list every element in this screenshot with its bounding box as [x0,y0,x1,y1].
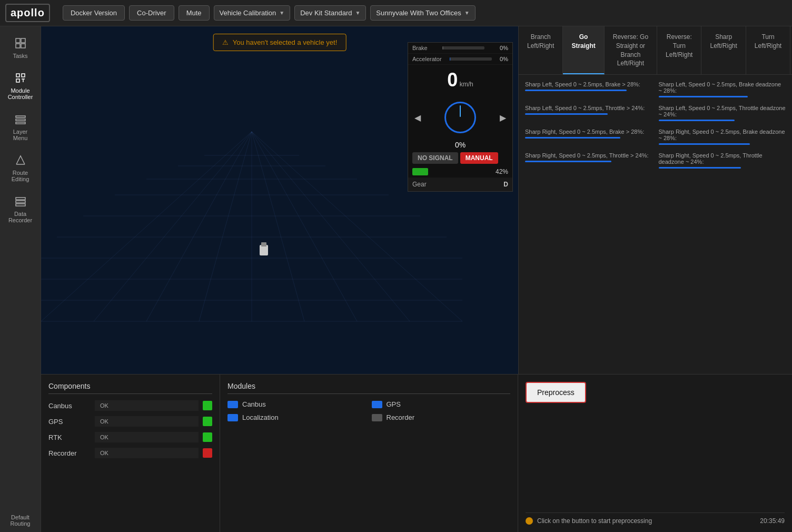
right-arrow: ▶ [500,113,506,123]
tab-sharp-lr-label: SharpLeft/Right [710,33,737,50]
svg-line-27 [94,132,252,321]
steering-display: ◀ ▶ [408,95,512,140]
devkit-label: Dev Kit Standard [300,9,352,17]
tab-reverse-go-straight-label: Reverse: GoStraight orBranchLeft/Right [613,33,648,67]
svg-rect-9 [16,116,25,117]
svg-line-29 [199,132,252,321]
default-routing-label: DefaultRouting [11,514,31,527]
cal-4-right-bar [659,167,741,169]
sidebar-item-route-editing[interactable]: RouteEditing [0,149,41,188]
canbus-indicator [203,401,212,410]
localization-led [227,414,238,421]
vehicle-calibration-arrow: ▼ [279,10,284,16]
docker-version-button[interactable]: Docker Version [63,5,125,21]
tab-branch-lr[interactable]: BranchLeft/Right [519,26,563,74]
status-log: Click on the button to start preprocessi… [526,513,785,525]
sidebar-item-default-routing[interactable]: DefaultRouting [0,509,41,532]
canbus-name: Canbus [48,402,91,410]
brake-row: Brake 0% [408,43,512,54]
warning-banner: ⚠ You haven't selected a vehicle yet! [213,34,346,51]
tab-turn-lr[interactable]: TurnLeft/Right [746,26,790,74]
modules-title: Modules [227,382,510,394]
cal-row-2: Sharp Left, Speed 0 ~ 2.5mps, Throttle >… [525,105,786,121]
gps-name: GPS [48,418,91,426]
module-canbus: Canbus [227,400,367,408]
cal-row-3: Sharp Right, Speed 0 ~ 2.5mps, Brake > 2… [525,129,786,145]
location-arrow: ▼ [464,10,470,16]
preprocess-button[interactable]: Preprocess [526,382,586,403]
modules-grid: Canbus GPS Localization Recorder [227,400,510,421]
gps-led [372,401,382,408]
3d-view[interactable]: ⚠ You haven't selected a vehicle yet! Br… [41,26,518,374]
hud-panel: Brake 0% Accelerator 0% [408,42,513,192]
module-controller-label: ModuleController [8,87,33,100]
cal-1-right-bar [659,96,748,97]
warning-icon: ⚠ [222,38,229,46]
mute-button[interactable]: Mute [179,5,210,21]
location-dropdown[interactable]: Sunnyvale With Two Offices ▼ [370,5,475,21]
tab-sharp-lr[interactable]: SharpLeft/Right [701,26,746,74]
svg-line-26 [41,132,252,321]
svg-rect-11 [16,122,25,124]
battery-row: 42% [408,166,512,178]
tab-turn-lr-label: TurnLeft/Right [755,33,781,50]
svg-rect-14 [16,201,25,203]
accelerator-value: 0% [500,56,508,62]
svg-line-31 [252,132,304,321]
svg-rect-5 [22,74,25,77]
preprocess-panel: Preprocess Click on the button to start … [518,375,792,532]
sidebar-item-layer-menu[interactable]: LayerMenu [0,107,41,146]
topbar: apollo Docker Version Co-Driver Mute Veh… [0,0,792,26]
layer-menu-label: LayerMenu [13,129,28,141]
svg-rect-13 [16,198,25,200]
svg-rect-2 [16,44,20,48]
battery-indicator [412,168,428,175]
cal-2-left-bar [525,113,608,115]
cal-2-right-label: Sharp Left, Speed 0 ~ 2.5mps, Throttle d… [659,105,786,117]
warning-text: You haven't selected a vehicle yet! [233,38,338,46]
cal-1-left-label: Sharp Left, Speed 0 ~ 2.5mps, Brake > 28… [525,81,652,87]
brake-label: Brake [412,45,428,51]
cal-2-right-bar [659,120,735,121]
vehicle-calibration-dropdown[interactable]: Vehicle Calibration ▼ [214,5,291,21]
svg-rect-4 [16,74,19,77]
svg-rect-35 [261,242,266,247]
tab-go-straight[interactable]: GoStraight [563,26,604,74]
localization-module-label: Localization [242,413,279,421]
canbus-module-label: Canbus [242,400,266,408]
tab-reverse-go-straight[interactable]: Reverse: GoStraight orBranchLeft/Right [605,26,657,74]
codriver-button[interactable]: Co-Driver [129,5,174,21]
left-arrow: ◀ [414,113,421,123]
tasks-label: Tasks [13,53,27,59]
module-recorder: Recorder [372,413,511,421]
tab-reverse-turn-lr[interactable]: Reverse:TurnLeft/Right [657,26,701,74]
canbus-led [227,401,238,408]
gear-label: Gear [412,181,427,188]
gear-value: D [503,181,508,188]
svg-rect-6 [16,79,19,82]
sidebar-item-data-recorder[interactable]: DataRecorder [0,190,41,229]
status-text: Click on the button to start preprocessi… [537,517,652,525]
route-editing-icon [14,154,27,168]
rtk-name: RTK [48,434,91,441]
route-editing-label: RouteEditing [12,170,29,182]
module-controller-icon [14,72,27,85]
accelerator-row: Accelerator 0% [408,54,512,65]
sidebar-item-tasks[interactable]: Tasks [0,32,41,64]
cal-1-right-label: Sharp Left, Speed 0 ~ 2.5mps, Brake dead… [659,81,786,94]
cal-3-right-bar [659,143,750,145]
cal-3-left-bar [525,137,620,139]
sidebar-item-module-controller[interactable]: ModuleController [0,66,41,105]
svg-line-33 [252,132,410,321]
tab-branch-lr-label: BranchLeft/Right [527,33,554,50]
main-layout: Tasks ModuleController [0,26,792,532]
speed-display: 0 km/h [408,65,512,95]
devkit-dropdown[interactable]: Dev Kit Standard ▼ [294,5,366,21]
module-gps: GPS [372,400,511,408]
components-title: Components [48,382,212,394]
content-area: ⚠ You haven't selected a vehicle yet! Br… [41,26,792,532]
manual-badge: MANUAL [460,152,498,164]
devkit-arrow: ▼ [355,10,360,16]
modules-panel: Modules Canbus GPS Localization [220,375,518,532]
cal-2-left-label: Sharp Left, Speed 0 ~ 2.5mps, Throttle >… [525,105,652,111]
